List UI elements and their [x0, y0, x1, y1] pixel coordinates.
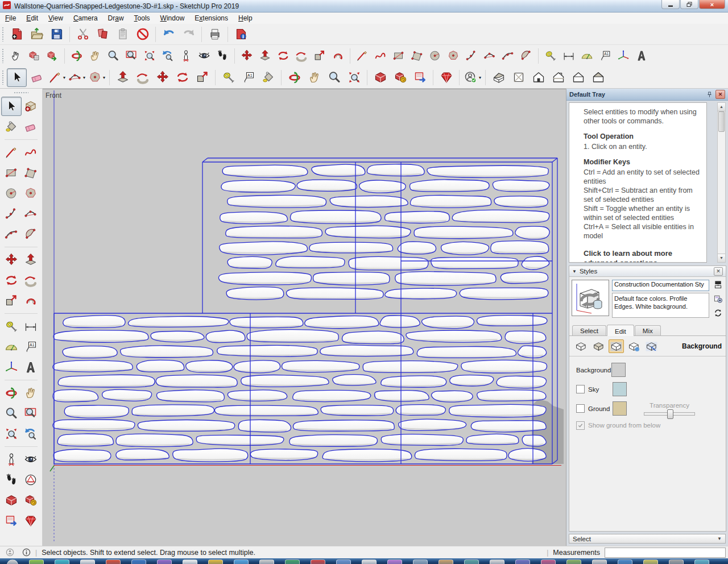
measurements-input[interactable]: [605, 548, 726, 558]
rotate-button[interactable]: [1, 271, 22, 290]
menu-help[interactable]: Help: [233, 13, 258, 23]
follow-me-button[interactable]: [292, 47, 311, 64]
push-pull-button[interactable]: [256, 47, 274, 64]
tape-measure-button[interactable]: [1, 317, 22, 336]
taskbar-app-icon[interactable]: [387, 559, 402, 564]
zoom-extents-button[interactable]: [344, 68, 364, 87]
styles-tab-edit[interactable]: Edit: [607, 325, 634, 336]
taskbar-app-icon[interactable]: [183, 559, 197, 564]
minimize-button[interactable]: [661, 0, 680, 9]
copy-button[interactable]: [93, 25, 113, 44]
taskbar-app-icon[interactable]: [106, 559, 121, 564]
zoom-previous-button[interactable]: [20, 424, 41, 443]
two-point-arc-button[interactable]: [20, 204, 41, 223]
menu-view[interactable]: View: [43, 13, 68, 23]
view-iso-button[interactable]: [489, 68, 508, 87]
undo-button[interactable]: [159, 25, 179, 44]
model-info-button[interactable]: [231, 25, 251, 44]
face-settings-button[interactable]: [591, 339, 606, 353]
zoom-extents-button[interactable]: [1, 424, 22, 443]
tape-measure-button[interactable]: [541, 47, 560, 64]
taskbar-app-icon[interactable]: [336, 559, 351, 564]
menu-draw[interactable]: Draw: [103, 13, 129, 23]
save-button[interactable]: [47, 25, 67, 44]
text-button[interactable]: A1: [596, 47, 614, 64]
paste-button[interactable]: [113, 25, 133, 44]
view-top-button[interactable]: [508, 68, 528, 87]
taskbar-app-icon[interactable]: [439, 559, 453, 564]
3d-text-button[interactable]: [632, 47, 651, 64]
walk-button[interactable]: [213, 47, 231, 64]
move-button[interactable]: [152, 68, 172, 87]
taskbar-app-icon[interactable]: [618, 559, 632, 564]
paint-bucket-button[interactable]: [1, 117, 22, 136]
position-camera-button[interactable]: [177, 47, 195, 64]
polygon-button[interactable]: [444, 47, 462, 64]
section-plane-button[interactable]: [20, 470, 41, 490]
arc-button[interactable]: [1, 204, 22, 223]
sky-color-swatch[interactable]: [613, 382, 627, 396]
taskbar-app-icon[interactable]: [541, 559, 556, 564]
orbit-button[interactable]: [68, 47, 86, 64]
taskbar-app-icon[interactable]: [311, 559, 325, 564]
taskbar-app-icon[interactable]: [515, 559, 530, 564]
pie-button[interactable]: [20, 225, 41, 244]
three-point-arc-button[interactable]: [1, 225, 22, 244]
dimensions-button[interactable]: [560, 47, 578, 64]
learn-more-link[interactable]: Click to learn about more advanced opera…: [584, 248, 703, 263]
push-pull-button[interactable]: [20, 250, 41, 269]
select-section-bar[interactable]: Select ▼: [569, 534, 726, 544]
rotate-button[interactable]: [172, 68, 192, 87]
taskbar-app-icon[interactable]: [208, 559, 223, 564]
taskbar-app-icon[interactable]: [7, 559, 18, 564]
interact-button[interactable]: [7, 47, 25, 64]
menu-camera[interactable]: Camera: [68, 13, 103, 23]
position-camera-button[interactable]: [1, 450, 22, 469]
circle-button[interactable]: [1, 184, 22, 203]
zoom-window-button[interactable]: [122, 47, 140, 64]
scroll-up-arrow[interactable]: ▲: [718, 103, 725, 111]
create-style-icon[interactable]: [714, 295, 722, 305]
instructor-scrollbar[interactable]: ▲ ▼: [717, 102, 726, 263]
zoom-button[interactable]: [1, 404, 22, 423]
polygon-button[interactable]: [20, 184, 41, 203]
orbit-button[interactable]: [284, 68, 304, 87]
cut-button[interactable]: [73, 25, 93, 44]
menu-edit[interactable]: Edit: [21, 13, 43, 23]
pan-button[interactable]: [304, 68, 324, 87]
background-settings-button[interactable]: [609, 339, 624, 353]
two-point-arc-button[interactable]: ▾: [67, 68, 86, 87]
component-options-button[interactable]: [25, 47, 43, 64]
zoom-button[interactable]: [104, 47, 122, 64]
secondary-pane-icon[interactable]: [714, 280, 722, 291]
rectangle-button[interactable]: [390, 47, 408, 64]
orbit-button[interactable]: [1, 383, 22, 403]
ground-color-swatch[interactable]: [613, 401, 627, 416]
new-button[interactable]: [7, 25, 27, 44]
line-dropdown-arrow[interactable]: ▾: [63, 75, 65, 80]
info-icon[interactable]: [22, 548, 31, 557]
view-front-button[interactable]: [528, 68, 548, 87]
sky-checkbox[interactable]: [576, 385, 585, 393]
transparency-slider[interactable]: [644, 412, 695, 416]
select-button[interactable]: [7, 68, 27, 87]
style-thumbnail[interactable]: [572, 280, 609, 316]
axes-button[interactable]: [1, 358, 22, 377]
taskbar-app-icon[interactable]: [80, 559, 95, 564]
pie-button[interactable]: [517, 47, 535, 64]
styles-tab-select[interactable]: Select: [572, 325, 606, 335]
freehand-button[interactable]: [371, 47, 390, 64]
offset-button[interactable]: [329, 47, 347, 64]
taskbar-app-icon[interactable]: [643, 559, 658, 564]
component-attributes-button[interactable]: [43, 47, 61, 64]
two-point-arc-dropdown-arrow[interactable]: ▾: [83, 75, 85, 80]
dimensions-button[interactable]: [20, 317, 41, 336]
viewport-3d[interactable]: Front: [43, 89, 566, 546]
rotate-button[interactable]: [274, 47, 292, 64]
zoom-button[interactable]: [324, 68, 344, 87]
taskbar-app-icon[interactable]: [413, 559, 428, 564]
text-button[interactable]: A1: [20, 337, 41, 356]
polygon-dropdown-arrow[interactable]: ▾: [103, 75, 105, 80]
menu-file[interactable]: File: [0, 13, 21, 23]
styles-tab-mix[interactable]: Mix: [635, 325, 661, 335]
